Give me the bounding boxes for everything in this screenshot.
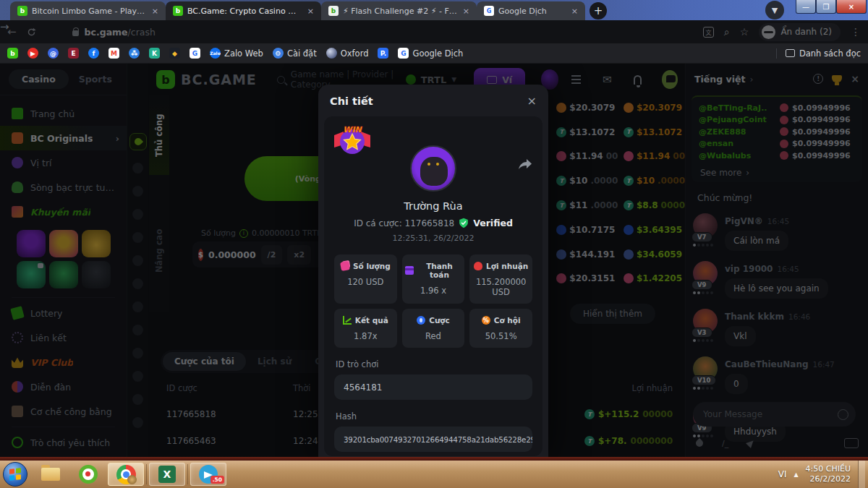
rail-game-icon[interactable] [132, 209, 143, 220]
rail-game-icon[interactable] [132, 278, 143, 289]
rail-game-icon[interactable] [132, 255, 143, 266]
bookmark-binance-icon[interactable]: ◆ [169, 48, 180, 59]
game-tile[interactable] [82, 230, 111, 257]
bookmark-at-icon[interactable]: @ [48, 48, 59, 59]
share-icon[interactable] [518, 158, 532, 173]
game-tile[interactable] [82, 261, 111, 288]
bet-amount-input[interactable]: $ 0.000000 /2 x2 ▲▼ [192, 241, 326, 267]
bet-button[interactable]: (Vòng [244, 156, 324, 201]
bookmark-share-icon[interactable]: ⁂ [129, 48, 140, 59]
tab-close-icon[interactable]: × [461, 7, 471, 16]
chat-toggle-icon[interactable] [662, 70, 678, 89]
player-avatar[interactable] [410, 145, 456, 192]
bookmark-settings[interactable]: ⚙ Cài đặt [273, 48, 317, 59]
rain-icon[interactable] [694, 438, 705, 448]
taskbar-chrome[interactable] [108, 463, 144, 486]
tab-history[interactable]: Lịch sử [246, 352, 303, 371]
show-desktop-button[interactable] [858, 461, 865, 488]
new-tab-button[interactable]: + [590, 2, 607, 20]
info-icon[interactable]: i [239, 229, 248, 238]
tab-manual[interactable]: Thủ công [149, 95, 169, 175]
rail-game-icon[interactable] [132, 163, 143, 174]
taskbar-excel[interactable]: X [149, 463, 185, 486]
show-more-button[interactable]: Hiển thị thêm [570, 304, 655, 324]
tab-advanced[interactable]: Nâng cao [149, 211, 169, 291]
sidebar-item-live-casino[interactable]: Sòng bạc trực tuyến [0, 175, 127, 200]
taskbar-coccoc[interactable] [70, 463, 106, 486]
close-button[interactable]: × [836, 0, 867, 14]
emoji-icon[interactable] [838, 409, 848, 420]
chat-language-selector[interactable]: Tiếng việt [694, 74, 745, 85]
rail-game-icon[interactable] [132, 417, 143, 428]
taskbar-explorer[interactable] [33, 463, 69, 486]
tab-casino[interactable]: Casino [9, 69, 69, 89]
translate-icon[interactable]: 文 [703, 27, 714, 38]
trophy-icon[interactable] [832, 75, 842, 82]
half-bet-button[interactable]: /2 [261, 245, 283, 265]
rail-game-icon[interactable] [132, 301, 143, 312]
sidebar-item-slots[interactable]: Vị trí [0, 150, 127, 175]
chat-message-input[interactable] [703, 409, 838, 419]
rail-game-icon[interactable] [132, 394, 143, 405]
sidebar-item-forum[interactable]: Diễn đàn [0, 374, 127, 399]
bookmark-translate-icon[interactable]: G [190, 48, 200, 59]
sidebar-item-home[interactable]: Trang chủ [0, 101, 127, 126]
rail-crash-icon[interactable] [129, 133, 147, 150]
mail-icon[interactable]: ✉ [603, 73, 612, 86]
maximize-button[interactable]: ❐ [816, 0, 836, 14]
modal-close-icon[interactable]: × [527, 94, 537, 108]
game-tile[interactable] [17, 230, 46, 257]
browser-tab-translate[interactable]: Google Dịch × [477, 1, 585, 20]
bcgame-logo[interactable]: b BC.GAME [156, 70, 257, 89]
gif-icon[interactable] [844, 438, 859, 448]
bookmark-gmail-icon[interactable]: M [109, 48, 119, 59]
taskbar-clock[interactable]: 4:50 CHIỀU 26/2/2022 [806, 464, 851, 484]
tab-sports[interactable]: Sports [79, 74, 112, 85]
rail-game-icon[interactable] [132, 325, 143, 335]
back-icon[interactable]: ← [7, 25, 17, 38]
browser-tab-bcgame[interactable]: BC.Game: Crypto Casino Games & × [166, 1, 321, 20]
reload-icon[interactable] [27, 27, 36, 37]
game-tile[interactable] [49, 230, 78, 257]
sidebar-item-promotions[interactable]: Khuyến mãi [0, 200, 127, 224]
address-bar[interactable]: bc.game/crash [46, 27, 693, 38]
game-tile[interactable] [49, 261, 78, 288]
minimize-button[interactable]: — [796, 0, 816, 14]
tab-close-icon[interactable]: × [570, 7, 579, 16]
rail-game-icon[interactable] [132, 371, 143, 382]
tab-my-bets[interactable]: Cược của tôi [163, 352, 246, 371]
account-menu-icon[interactable] [571, 75, 581, 84]
tab-close-icon[interactable]: × [306, 7, 315, 16]
chat-close-icon[interactable]: × [851, 73, 859, 85]
start-button[interactable] [3, 462, 27, 487]
browser-tab-flash[interactable]: ⚡ Flash Challenge #2 ⚡ - Flash Ch × [321, 1, 477, 20]
bookmark-youtube-icon[interactable]: ▶ [27, 48, 38, 59]
tab-close-icon[interactable]: × [150, 7, 160, 16]
bookmark-oxford[interactable]: Oxford [326, 48, 369, 59]
rocket-icon[interactable] [746, 438, 756, 448]
hash-field[interactable]: 39201cba00749327012664944758a21dab56228e… [334, 427, 532, 452]
bookmark-facebook-icon[interactable]: f [88, 48, 99, 59]
currency-selector[interactable]: TRTL ▼ [406, 74, 456, 85]
sidebar-item-lottery[interactable]: Lottery [0, 301, 127, 325]
rail-game-icon[interactable] [132, 232, 143, 243]
bookmark-e-icon[interactable]: E [68, 48, 79, 59]
double-bet-button[interactable]: x2 [287, 245, 311, 265]
sidebar-item-favorites[interactable]: Trò chơi yêu thích [0, 430, 127, 455]
reading-list-button[interactable]: Danh sách đọc [776, 48, 861, 59]
bookmark-google-translate[interactable]: G Google Dịch [398, 48, 463, 59]
rail-game-icon[interactable] [132, 186, 143, 197]
see-more-button[interactable]: See more› [699, 162, 855, 179]
game-tile-locked[interactable] [17, 261, 46, 288]
bookmark-star-icon[interactable]: ☆ [740, 26, 749, 38]
rail-game-icon[interactable] [132, 348, 143, 359]
bookmark-kucoin-icon[interactable]: K [149, 48, 160, 59]
game-id-field[interactable]: 4564181 [334, 374, 532, 400]
chat-rules-icon[interactable]: ! [813, 74, 823, 84]
tray-expand-icon[interactable]: ▲ [793, 471, 798, 478]
sidebar-item-vip-club[interactable]: VIP Club [0, 350, 127, 374]
taskbar-telegram[interactable]: .50 [190, 463, 226, 486]
sidebar-item-fairness[interactable]: Cơ chế công bằng [0, 399, 127, 424]
bookmark-p-icon[interactable]: P. [378, 48, 388, 59]
slash-command-icon[interactable]: /_ [722, 439, 728, 448]
